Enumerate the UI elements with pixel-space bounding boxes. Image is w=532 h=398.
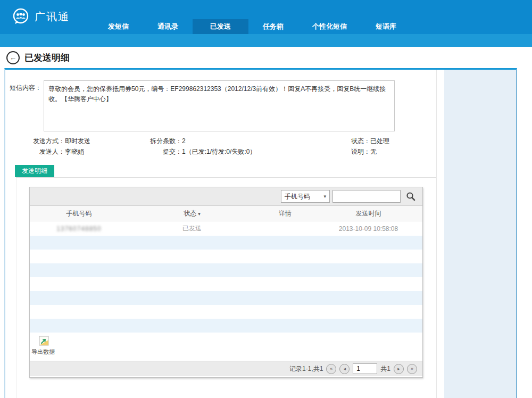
nav-tab-phrase-library[interactable]: 短语库 (361, 19, 411, 34)
page-title-row: ← 已发送明细 (6, 51, 70, 64)
pagination-total: 共1 (380, 364, 390, 374)
nav-tab-send-sms[interactable]: 发短信 (94, 19, 143, 34)
nav-tab-sent[interactable]: 已发送 (193, 19, 248, 34)
meta-status: 状态：已处理 (319, 136, 389, 146)
empty-table-row (30, 250, 422, 263)
col-header-phone[interactable]: 手机号码 (30, 209, 128, 218)
search-field-value: 手机号码 (285, 192, 310, 201)
empty-table-row (30, 263, 422, 277)
empty-table-row (30, 236, 422, 250)
tab-underline (16, 177, 436, 178)
export-label[interactable]: 导出数据 (31, 348, 55, 356)
cell-status: 已发送 (128, 224, 256, 233)
nav-tab-personalized-sms[interactable]: 个性化短信 (298, 19, 361, 34)
table-search-bar: 手机号码 ▾ (30, 187, 422, 206)
nav-tab-taskbox[interactable]: 任务箱 (248, 19, 298, 34)
brand-logo-icon (12, 7, 30, 26)
search-field-select[interactable]: 手机号码 ▾ (281, 190, 330, 203)
header-strip (0, 34, 532, 47)
search-button[interactable] (403, 189, 418, 203)
cell-time: 2013-10-09 10:58:08 (314, 225, 422, 233)
empty-rows (30, 236, 422, 333)
col-header-time: 发送时间 (314, 209, 422, 218)
content-left-divider (16, 177, 16, 398)
sms-content-box: 尊敬的会员，您的保养抵用券50元，编号：EF299862312353（2012/… (44, 80, 395, 131)
last-page-icon[interactable]: » (407, 364, 417, 374)
export-excel-icon[interactable] (39, 336, 49, 346)
meta-send-mode: 发送方式：即时发送 (5, 136, 90, 146)
meta-row-2: 发送人：李晓娟 提交：1（已发:1/待发:0/失败:0） 说明：无 (5, 146, 435, 157)
page-title: 已发送明细 (24, 52, 70, 64)
detail-table: 手机号码 ▾ 手机号码 状态▾ 详情 发送时间 13760748850 已发送 … (29, 187, 423, 378)
page-number-input[interactable] (353, 363, 377, 374)
meta-split-count: 拆分条数：2 (122, 136, 186, 146)
nav-tab-contacts[interactable]: 通讯录 (143, 19, 193, 34)
right-sidebar (444, 70, 516, 398)
brand: 广讯通 (12, 7, 70, 26)
sms-content-label: 短信内容： (10, 84, 43, 93)
empty-table-row (30, 291, 422, 305)
tab-send-detail[interactable]: 发送明细 (15, 165, 54, 177)
app-header: 广讯通 发短信 通讯录 已发送 任务箱 个性化短信 短语库 (0, 0, 532, 34)
pagination-summary: 记录1-1,共1 (289, 364, 323, 374)
brand-name: 广讯通 (35, 10, 70, 24)
empty-table-row (30, 319, 422, 333)
export-section: 导出数据 (30, 333, 422, 361)
col-header-status[interactable]: 状态▾ (128, 209, 256, 218)
search-input[interactable] (332, 190, 401, 203)
col-header-detail: 详情 (256, 209, 314, 218)
content-right-divider (436, 70, 437, 398)
table-header-row: 手机号码 状态▾ 详情 发送时间 (30, 206, 422, 221)
meta-sender: 发送人：李晓娟 (5, 146, 84, 157)
meta-row-1: 发送方式：即时发送 拆分条数：2 状态：已处理 (5, 136, 435, 146)
back-icon[interactable]: ← (6, 51, 20, 64)
meta-note: 说明：无 (319, 146, 377, 157)
next-page-icon[interactable]: ▸ (394, 364, 404, 374)
pagination-bar: 记录1-1,共1 « ◂ 共1 ▸ » (30, 361, 422, 376)
main-nav: 发短信 通讯录 已发送 任务箱 个性化短信 短语库 (94, 19, 411, 34)
prev-page-icon[interactable]: ◂ (339, 364, 350, 374)
search-icon (406, 192, 415, 201)
sort-caret-icon: ▾ (198, 211, 201, 217)
empty-table-row (30, 305, 422, 319)
cell-phone: 13760748850 (56, 225, 101, 233)
table-row[interactable]: 13760748850 已发送 2013-10-09 10:58:08 (30, 221, 422, 236)
chevron-down-icon: ▾ (323, 194, 326, 199)
detail-panel: 短信内容： 尊敬的会员，您的保养抵用券50元，编号：EF299862312353… (4, 68, 517, 398)
empty-table-row (30, 277, 422, 291)
first-page-icon[interactable]: « (326, 364, 336, 374)
meta-submit: 提交：1（已发:1/待发:0/失败:0） (122, 146, 256, 157)
